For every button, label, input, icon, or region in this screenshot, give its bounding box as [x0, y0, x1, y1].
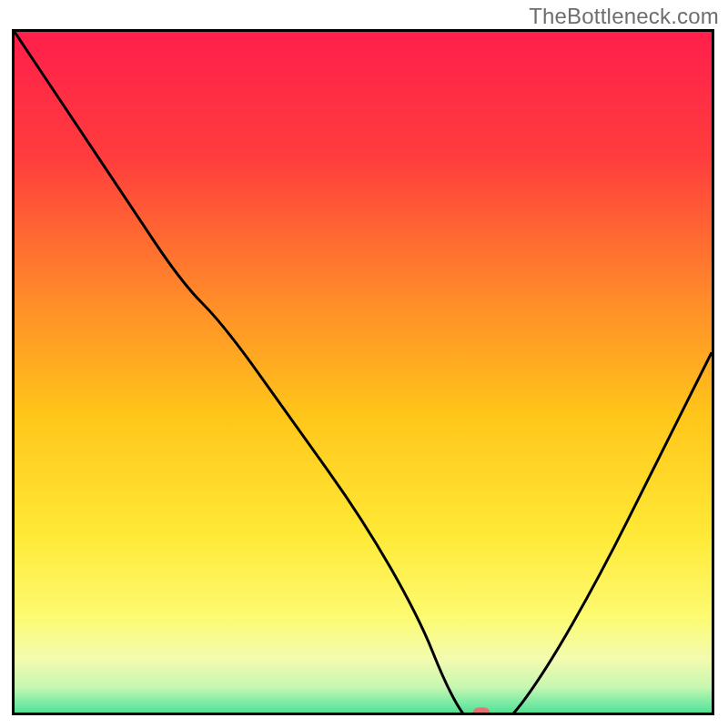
- bottleneck-curve: [15, 32, 712, 715]
- optimal-point-marker: [473, 708, 490, 716]
- chart-frame: TheBottleneck.com: [0, 0, 728, 728]
- plot-area: [12, 29, 714, 715]
- watermark-text: TheBottleneck.com: [529, 4, 719, 29]
